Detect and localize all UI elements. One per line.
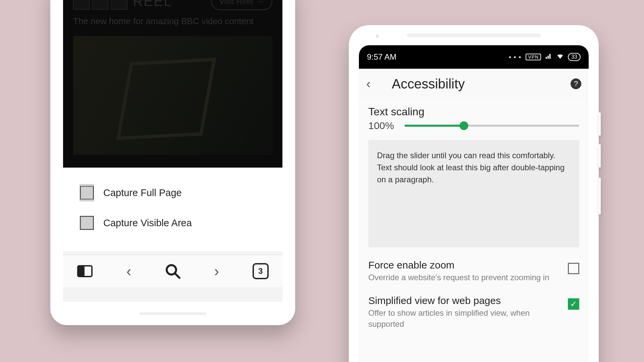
page-title: Accessibility (392, 76, 465, 92)
text-scaling-slider[interactable] (405, 125, 579, 127)
wifi-icon (556, 53, 564, 62)
capture-visible-area-item[interactable]: Capture Visible Area (76, 208, 269, 238)
nav-forward-button[interactable]: › (208, 263, 225, 280)
force-zoom-setting[interactable]: Force enable zoom Override a website's r… (359, 247, 589, 283)
back-button[interactable]: ‹ (366, 77, 386, 91)
force-zoom-title: Force enable zoom (368, 259, 561, 271)
simplified-view-title: Simplified view for web pages (368, 295, 561, 306)
help-button[interactable]: ? (571, 78, 581, 89)
svg-line-1 (175, 273, 179, 278)
capture-menu: Capture Full Page Capture Visible Area (63, 168, 282, 251)
tab-count-badge: 3 (253, 263, 269, 279)
tabs-button[interactable]: 3 (252, 263, 269, 280)
search-button[interactable] (164, 263, 181, 280)
status-more-icon: ● ● ● (509, 55, 522, 59)
panel-toggle-button[interactable] (76, 263, 93, 280)
simplified-view-checkbox[interactable]: ✓ (568, 298, 579, 310)
bbc-reel-area: REEL Visit Reel → The new home for amazi… (63, 0, 282, 168)
capture-full-page-label: Capture Full Page (103, 187, 182, 198)
chevron-right-icon: › (214, 263, 219, 280)
home-indicator (139, 312, 206, 315)
phone-mockup-right: 9:57 AM ● ● ● VPN 33 ‹ Accessibility ? T… (349, 25, 599, 362)
simplified-view-desc: Offer to show articles in simplified vie… (368, 308, 549, 329)
text-scaling-value: 100% (368, 120, 394, 131)
text-scaling-preview: Drag the slider until you can read this … (368, 140, 579, 247)
battery-badge: 33 (568, 53, 581, 61)
status-bar: 9:57 AM ● ● ● VPN 33 (359, 45, 589, 69)
capture-visible-area-icon (80, 216, 94, 230)
slider-thumb-icon (460, 121, 468, 130)
app-bar: ‹ Accessibility ? (359, 69, 589, 99)
phone-right-screen: 9:57 AM ● ● ● VPN 33 ‹ Accessibility ? T… (359, 45, 589, 362)
browser-bottom-nav: ‹ › 3 (63, 255, 282, 287)
search-icon (165, 263, 181, 279)
vpn-badge: VPN (526, 54, 541, 60)
status-time: 9:57 AM (367, 52, 396, 62)
capture-full-page-icon (80, 186, 94, 200)
capture-full-page-item[interactable]: Capture Full Page (76, 178, 269, 208)
force-zoom-checkbox[interactable] (568, 263, 579, 274)
phone-left-screen: REEL Visit Reel → The new home for amazi… (63, 0, 282, 302)
force-zoom-desc: Override a website's request to prevent … (368, 272, 549, 283)
simplified-view-setting[interactable]: Simplified view for web pages Offer to s… (359, 283, 589, 329)
chevron-left-icon: ‹ (126, 263, 131, 280)
capture-visible-area-label: Capture Visible Area (103, 218, 192, 229)
dim-overlay (63, 0, 282, 168)
text-scaling-title: Text scaling (368, 106, 579, 118)
nav-back-button[interactable]: ‹ (120, 263, 137, 280)
signal-icon (545, 53, 552, 62)
panel-toggle-icon (77, 265, 93, 277)
phone-mockup-left: REEL Visit Reel → The new home for amazi… (50, 0, 295, 325)
